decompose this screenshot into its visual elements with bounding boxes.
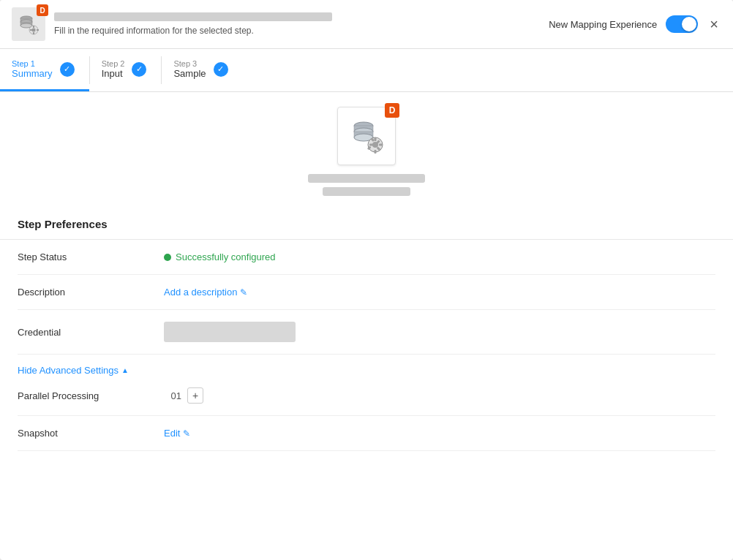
header-right: New Mapping Experience × [549, 14, 721, 34]
svg-rect-7 [33, 26, 34, 28]
svg-rect-20 [379, 144, 383, 146]
description-edit-icon: ✎ [240, 287, 247, 298]
section-title: Step Preferences [18, 218, 715, 230]
svg-point-6 [32, 29, 36, 32]
step-tab-1[interactable]: Step 1 Summary ✓ [0, 49, 89, 91]
step-3-name: Sample [173, 68, 206, 79]
add-description-link[interactable]: Add a description ✎ [164, 287, 715, 298]
description-value: Add a description ✎ [164, 287, 715, 298]
icon-text-blurs [308, 174, 425, 196]
icon-text-blur-2 [323, 187, 410, 196]
close-button[interactable]: × [707, 14, 721, 34]
hide-advanced-link[interactable]: Hide Advanced Settings ▲ [18, 365, 715, 376]
svg-rect-21 [369, 144, 373, 146]
status-success: Successfully configured [164, 251, 715, 262]
parallel-control: 01 + [164, 387, 203, 404]
new-mapping-toggle[interactable] [666, 15, 698, 33]
db-gear-icon [17, 12, 40, 36]
step-1-num: Step 1 [12, 59, 53, 68]
large-icon-box: D [337, 107, 396, 165]
credential-label: Credential [18, 327, 164, 338]
large-icon-badge: D [385, 103, 399, 118]
credential-row: Credential [18, 310, 715, 355]
status-text: Successfully configured [176, 251, 276, 262]
step-tab-3[interactable]: Step 3 Sample ✓ [162, 49, 242, 91]
svg-rect-18 [375, 137, 377, 141]
step-3-num: Step 3 [173, 59, 206, 68]
credential-value [164, 322, 715, 342]
snapshot-edit-icon: ✎ [183, 428, 190, 439]
add-description-text: Add a description [164, 287, 237, 298]
parallel-value: 01 [164, 390, 181, 401]
toggle-track [666, 15, 698, 33]
svg-rect-8 [33, 32, 34, 34]
step-2-check: ✓ [132, 62, 146, 77]
parallel-processing-row: Parallel Processing 01 + [18, 376, 715, 416]
header-text-block: Fill in the required information for the… [54, 12, 549, 36]
step-icon-container: D [12, 7, 45, 41]
steps-nav: Step 1 Summary ✓ Step 2 Input ✓ Step 3 S… [0, 49, 733, 92]
step-2-num: Step 2 [102, 59, 125, 68]
step-status-row: Step Status Successfully configured [18, 240, 715, 275]
preferences-section: Step Preferences Step Status Successfull… [0, 203, 733, 451]
snapshot-row: Snapshot Edit ✎ [18, 416, 715, 451]
status-dot [164, 254, 171, 261]
icon-text-blur-1 [308, 174, 425, 183]
svg-rect-10 [30, 29, 32, 31]
snapshot-edit-link[interactable]: Edit ✎ [164, 428, 715, 439]
step-2-info: Step 2 Input [102, 59, 125, 79]
new-mapping-label: New Mapping Experience [549, 19, 657, 30]
header-left: D Fill in the required information for t… [12, 7, 549, 41]
advanced-arrow-icon: ▲ [121, 366, 129, 374]
snapshot-label: Snapshot [18, 428, 164, 439]
header-badge: D [37, 4, 48, 16]
svg-rect-9 [37, 29, 39, 31]
step-status-label: Step Status [18, 251, 164, 262]
parallel-processing-label: Parallel Processing [18, 390, 164, 401]
main-content: D Step Preferences Step Status Successfu… [0, 92, 733, 560]
modal-container: D Fill in the required information for t… [0, 0, 733, 560]
icon-section: D [0, 92, 733, 203]
svg-rect-19 [375, 150, 377, 154]
header-subtitle: Fill in the required information for the… [54, 26, 549, 36]
modal-header: D Fill in the required information for t… [0, 0, 733, 49]
large-db-gear-icon [347, 117, 386, 155]
snapshot-value: Edit ✎ [164, 428, 715, 439]
snapshot-edit-text: Edit [164, 428, 180, 439]
step-status-value: Successfully configured [164, 251, 715, 262]
step-1-check: ✓ [60, 62, 75, 77]
step-1-name: Summary [12, 68, 53, 79]
step-tab-2[interactable]: Step 2 Input ✓ [90, 49, 162, 91]
description-row: Description Add a description ✎ [18, 275, 715, 310]
credential-bar[interactable] [164, 322, 296, 342]
parallel-increment-button[interactable]: + [187, 387, 203, 404]
hide-advanced-label: Hide Advanced Settings [18, 365, 119, 376]
step-3-info: Step 3 Sample [173, 59, 206, 79]
step-3-check: ✓ [214, 62, 228, 77]
description-label: Description [18, 287, 164, 298]
step-1-info: Step 1 Summary [12, 59, 53, 79]
advanced-settings-toggle: Hide Advanced Settings ▲ [18, 355, 715, 376]
header-title-blur [54, 12, 332, 21]
toggle-thumb [682, 17, 696, 31]
step-2-name: Input [102, 68, 125, 79]
